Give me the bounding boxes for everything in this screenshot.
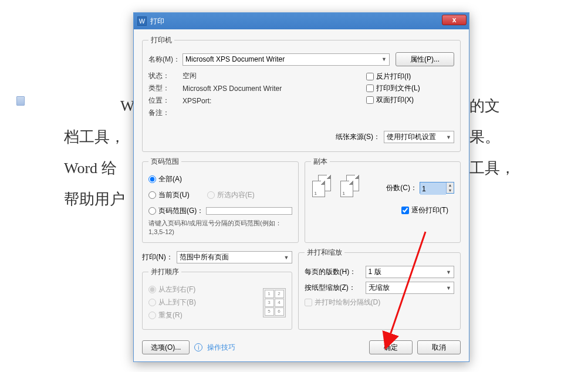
range-current-radio[interactable]: 当前页(U) <box>148 190 190 200</box>
page-range-legend: 页码范围 <box>148 157 181 167</box>
print-order-group: 并打顺序 从左到右(F) 从上到下(B) 重复(R) 123456 <box>142 267 292 330</box>
bg-text: Word 给 <box>64 155 117 181</box>
order-repeat-radio: 重复(R) <box>148 310 263 320</box>
where-value: XPSPort: <box>183 97 211 105</box>
printer-group: 打印机 名称(M)： Microsoft XPS Document Writer… <box>142 35 461 152</box>
collate-icon: 2 1 <box>339 175 363 201</box>
range-pages-label: 页码范围(G)： <box>158 206 204 216</box>
zoom-group: 并打和缩放 每页的版数(H)： 1 版 ▼ 按纸型缩放(Z)： 无缩放 ▼ 并打… <box>298 248 461 330</box>
spin-down-icon[interactable]: ▼ <box>447 188 454 193</box>
reverse-print-label: 反片打印(I) <box>376 72 411 82</box>
ok-button[interactable]: 确定 <box>369 340 413 354</box>
duplex-label: 双面打印(X) <box>376 95 414 105</box>
print-order-legend: 并打顺序 <box>148 267 181 277</box>
chevron-down-icon: ▼ <box>446 285 451 291</box>
range-selection-label: 所选内容(E) <box>217 190 255 200</box>
print-what-combo[interactable]: 范围中所有页面 ▼ <box>177 251 292 263</box>
copies-count-label: 份数(C)： <box>386 183 417 193</box>
name-label: 名称(M)： <box>148 55 183 65</box>
scale-label: 按纸型缩放(Z)： <box>305 283 362 293</box>
collate-icon: 2 1 <box>311 175 334 201</box>
collate-checkbox[interactable]: 逐份打印(T) <box>311 205 449 215</box>
type-label: 类型： <box>148 83 183 93</box>
comment-label: 备注： <box>148 108 183 118</box>
print-what-label: 打印(N)： <box>142 252 173 262</box>
duplex-checkbox[interactable]: 双面打印(X) <box>366 95 454 105</box>
order-preview-icon: 123456 <box>263 288 286 317</box>
copies-legend: 副本 <box>311 157 330 167</box>
bg-text: 工具， <box>469 155 515 181</box>
printer-name-combo[interactable]: Microsoft XPS Document Writer ▼ <box>183 53 390 66</box>
papersource-combo[interactable]: 使用打印机设置 ▼ <box>384 131 454 143</box>
drawlines-label: 并打时绘制分隔线(D) <box>315 297 381 307</box>
chevron-down-icon: ▼ <box>446 134 451 140</box>
printer-name-value: Microsoft XPS Document Writer <box>185 55 285 63</box>
order-tb-label: 从上到下(B) <box>158 297 196 307</box>
zoom-legend: 并打和缩放 <box>305 248 344 258</box>
type-value: Microsoft XPS Document Writer <box>183 84 282 93</box>
collate-label: 逐份打印(T) <box>411 205 448 215</box>
where-label: 位置： <box>148 96 183 106</box>
cancel-button[interactable]: 取消 <box>417 340 461 354</box>
bg-text: 果。 <box>469 124 500 150</box>
copies-spinner[interactable]: ▲▼ <box>420 182 454 194</box>
copies-group: 副本 2 1 2 1 份数(C)： ▲▼ <box>305 157 461 243</box>
print-what-value: 范围中所有页面 <box>180 252 229 262</box>
order-repeat-label: 重复(R) <box>158 310 183 320</box>
print-dialog: W 打印 x 打印机 名称(M)： Microsoft XPS Document… <box>133 12 469 362</box>
order-lr-radio: 从左到右(F) <box>148 285 263 295</box>
chevron-down-icon: ▼ <box>381 56 387 62</box>
range-current-label: 当前页(U) <box>158 190 190 200</box>
titlebar: W 打印 x <box>134 13 469 29</box>
range-pages-input[interactable] <box>206 207 292 215</box>
page-range-group: 页码范围 全部(A) 当前页(U) 所选内容(E) 页码范围(G)： 请键入页码… <box>142 157 299 243</box>
pps-label: 每页的版数(H)： <box>305 267 362 277</box>
print-to-file-checkbox[interactable]: 打印到文件(L) <box>366 83 454 93</box>
range-selection-radio: 所选内容(E) <box>207 190 255 200</box>
close-button[interactable]: x <box>442 15 467 25</box>
print-to-file-label: 打印到文件(L) <box>376 83 420 93</box>
bg-text: W <box>120 93 135 119</box>
scale-value: 无缩放 <box>369 283 390 293</box>
spin-up-icon[interactable]: ▲ <box>447 182 454 188</box>
bg-text: 的文 <box>469 93 500 119</box>
status-label: 状态： <box>148 71 183 81</box>
properties-button[interactable]: 属性(P)... <box>396 52 454 66</box>
status-value: 空闲 <box>183 71 197 81</box>
range-hint: 请键入页码和/或用逗号分隔的页码范围(例如：1,3,5-12) <box>148 219 292 236</box>
printer-legend: 打印机 <box>148 35 174 45</box>
papersource-label: 纸张来源(S)： <box>336 132 380 142</box>
tips-link[interactable]: 操作技巧 <box>207 343 235 353</box>
options-button[interactable]: 选项(O)... <box>142 340 190 354</box>
doc-margin-icon <box>16 96 25 106</box>
chevron-down-icon: ▼ <box>446 269 451 275</box>
order-lr-label: 从左到右(F) <box>158 285 195 295</box>
order-tb-radio: 从上到下(B) <box>148 297 263 307</box>
copies-input[interactable] <box>420 182 446 195</box>
dialog-title: 打印 <box>150 16 164 26</box>
range-pages-radio[interactable]: 页码范围(G)： <box>148 206 204 216</box>
range-all-radio[interactable]: 全部(A) <box>148 174 292 184</box>
range-all-label: 全部(A) <box>158 174 182 184</box>
chevron-down-icon: ▼ <box>284 255 289 261</box>
reverse-print-checkbox[interactable]: 反片打印(I) <box>366 72 454 82</box>
pps-value: 1 版 <box>369 267 381 277</box>
scale-combo[interactable]: 无缩放 ▼ <box>366 282 455 294</box>
pps-combo[interactable]: 1 版 ▼ <box>366 266 455 278</box>
bg-text: 档工具， <box>64 124 125 150</box>
bg-text: 帮助用户 <box>64 187 125 212</box>
papersource-value: 使用打印机设置 <box>387 132 436 142</box>
info-icon: i <box>194 343 202 351</box>
app-icon: W <box>137 16 147 26</box>
drawlines-checkbox: 并打时绘制分隔线(D) <box>305 297 455 307</box>
